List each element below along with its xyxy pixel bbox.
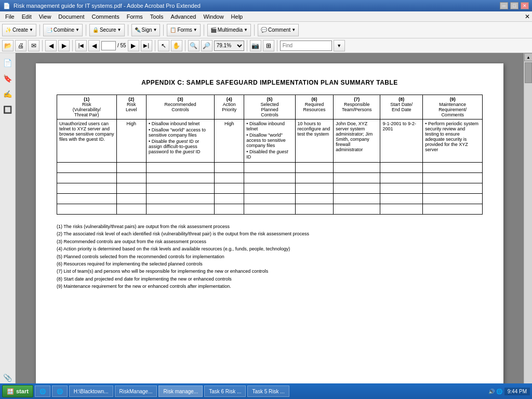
cell-risk: Unauthorized users can telnet to XYZ ser… — [57, 119, 117, 163]
cursor-tool-button[interactable]: ↖ — [158, 40, 169, 51]
table-row-6 — [57, 204, 483, 215]
note-8: (8) Start date and projected end date fo… — [57, 275, 483, 283]
sep5 — [204, 24, 204, 36]
fit-page-button[interactable]: ⊞ — [263, 40, 274, 51]
taskbar-blacktown-label: H:\Blacktown... — [74, 389, 109, 394]
comment-arrow-icon: ▼ — [291, 28, 296, 32]
hand-tool-button[interactable]: ✋ — [171, 40, 182, 51]
taskbar-task6-label: Task 6 Risk ... — [209, 389, 241, 394]
nav-print-button[interactable]: 🖨 — [15, 40, 26, 51]
sign-arrow-icon: ▼ — [153, 28, 157, 32]
zoom-in-button[interactable]: 🔎 — [201, 40, 212, 51]
note-6: (6) Resources required for implementing … — [57, 260, 483, 268]
main-content[interactable]: APPENDIX C: SAMPLE SAFEGUARD IMPLEMENTAT… — [16, 53, 524, 399]
nav-sep2 — [72, 40, 73, 51]
menu-tools[interactable]: Tools — [147, 13, 167, 20]
secure-icon: 🔒 — [92, 27, 99, 33]
scrollbar[interactable]: ▲ ▼ — [524, 53, 532, 399]
nav-next-button[interactable]: ▶ — [128, 40, 139, 51]
taskbar-item-riskmanage[interactable]: RiskManage... — [115, 385, 157, 397]
forms-icon: 📋 — [170, 27, 176, 33]
nav-sep4 — [185, 40, 185, 51]
taskbar-item-ie[interactable]: 🌐 — [52, 385, 68, 397]
create-button[interactable]: ✨ Create ▼ — [2, 24, 36, 36]
taskbar-task5-label: Task 5 Risk ... — [252, 389, 284, 394]
taskbar-item-blacktown[interactable]: H:\Blacktown... — [69, 385, 113, 397]
cell-team-persons: John Doe, XYZ server system administrato… — [334, 119, 380, 163]
nav-prev-button[interactable]: ◀ — [88, 40, 100, 51]
panel-bookmarks-icon[interactable]: 🔖 — [2, 73, 14, 84]
nav-forward-button[interactable]: ▶ — [58, 40, 70, 51]
menu-comments[interactable]: Comments — [89, 13, 123, 20]
sign-button[interactable]: ✒️ Sign ▼ — [131, 24, 161, 36]
menu-window[interactable]: Window — [200, 13, 227, 20]
restore-button[interactable]: □ — [510, 2, 518, 9]
menu-forms[interactable]: Forms — [124, 13, 146, 20]
taskbar-right: 🔊 🌐 9:44 PM — [488, 388, 530, 395]
panel-signatures-icon[interactable]: ✍ — [2, 88, 14, 100]
cell-maintenance: Perform periodic system security review … — [423, 119, 483, 163]
taskbar-item-explorer[interactable]: 🌐 — [35, 385, 50, 397]
nav-last-button[interactable]: ▶| — [141, 40, 152, 51]
nav-back-button[interactable]: ◀ — [45, 40, 57, 51]
nav-first-button[interactable]: |◀ — [75, 40, 87, 51]
minimize-button[interactable]: ─ — [500, 2, 508, 9]
close-app-button[interactable]: ✕ — [525, 13, 530, 20]
snapshot-button[interactable]: 📷 — [250, 40, 261, 51]
forms-arrow-icon: ▼ — [193, 28, 197, 32]
panel-pages-icon[interactable]: 📄 — [2, 57, 14, 69]
title-bar-left: 📄 Risk management guide for IT systems.p… — [3, 3, 201, 9]
title-bar-controls: ─ □ ✕ — [500, 2, 529, 9]
nav-email-button[interactable]: ✉ — [28, 40, 39, 51]
find-arrow-button[interactable]: ▼ — [334, 40, 345, 51]
page-number-input[interactable]: 51 — [101, 41, 116, 50]
note-3: (3) Recommended controls are output from… — [57, 238, 483, 245]
zoom-out-button[interactable]: 🔍 — [188, 40, 200, 51]
panel-attachments-icon[interactable]: 📎 — [2, 372, 14, 383]
close-button[interactable]: ✕ — [521, 2, 529, 9]
taskbar-clock: 9:44 PM — [504, 388, 530, 395]
nav-sep6 — [277, 40, 277, 51]
menu-view[interactable]: View — [36, 13, 55, 20]
nav-toolbar: 📂 🖨 ✉ ◀ ▶ |◀ ◀ 51 / 55 ▶ ▶| ↖ ✋ 🔍 🔎 79.1… — [0, 38, 532, 53]
comment-icon: 💬 — [261, 27, 267, 33]
taskbar-item-riskmanage2[interactable]: Risk manage... — [158, 385, 203, 397]
col-header-1: (1) Risk(Vulnerability/Threat Pair) — [57, 95, 117, 119]
scroll-thumb[interactable] — [525, 62, 532, 83]
menu-edit[interactable]: Edit — [19, 13, 35, 20]
panel-layers-icon[interactable]: 🔲 — [2, 104, 14, 115]
taskbar-item-task6[interactable]: Task 6 Risk ... — [204, 385, 246, 397]
nav-open-button[interactable]: 📂 — [2, 40, 14, 51]
col-header-9: (9) MaintenanceRequirement/Comments — [423, 95, 483, 119]
note-4: (4) Action priority is determined based … — [57, 245, 483, 252]
summary-table: (1) Risk(Vulnerability/Threat Pair) (2) … — [57, 95, 483, 215]
menu-advanced[interactable]: Advanced — [168, 13, 200, 20]
menu-file[interactable]: File — [2, 13, 18, 20]
scroll-up-button[interactable]: ▲ — [524, 53, 532, 61]
taskbar-explorer-icon: 🌐 — [39, 389, 46, 394]
taskbar: 🪟 start 🌐 🌐 H:\Blacktown... RiskManage..… — [0, 383, 532, 399]
zoom-select[interactable]: 79.1% 50% 75% 100% 125% — [214, 41, 244, 51]
forms-button[interactable]: 📋 Forms ▼ — [167, 24, 200, 36]
nav-sep3 — [155, 40, 155, 51]
multimedia-button[interactable]: 🎬 Multimedia ▼ — [207, 24, 251, 36]
combine-button[interactable]: 📑 Combine ▼ — [43, 24, 83, 36]
sep6 — [254, 24, 255, 36]
sign-icon: ✒️ — [135, 27, 141, 33]
sep2 — [86, 24, 86, 36]
comment-button[interactable]: 💬 Comment ▼ — [258, 24, 299, 36]
combine-arrow-icon: ▼ — [75, 28, 79, 32]
combine-icon: 📑 — [46, 27, 52, 33]
multimedia-arrow-icon: ▼ — [244, 28, 248, 32]
nav-sep5 — [247, 40, 247, 51]
secure-button[interactable]: 🔒 Secure ▼ — [89, 24, 125, 36]
window-title: Risk management guide for IT systems.pdf… — [14, 3, 201, 9]
find-input[interactable] — [280, 41, 332, 51]
page-separator: / 55 — [117, 43, 126, 48]
title-bar: 📄 Risk management guide for IT systems.p… — [0, 0, 532, 11]
taskbar-item-task5[interactable]: Task 5 Risk ... — [247, 385, 289, 397]
create-arrow-icon: ▼ — [29, 28, 33, 32]
start-button[interactable]: 🪟 start — [2, 385, 33, 397]
menu-help[interactable]: Help — [228, 13, 246, 20]
menu-document[interactable]: Document — [55, 13, 87, 20]
